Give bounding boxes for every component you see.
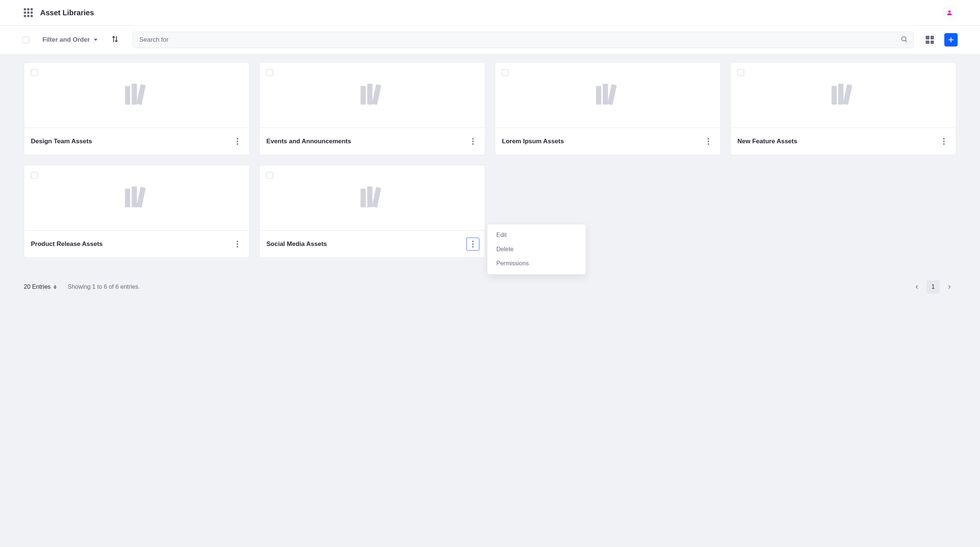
svg-rect-29 (125, 189, 130, 207)
card-preview (260, 62, 485, 128)
sort-direction-button[interactable] (111, 35, 119, 45)
library-books-icon (124, 186, 150, 210)
context-menu-item[interactable]: Delete (487, 242, 585, 256)
svg-rect-17 (596, 86, 601, 105)
card-title: New Feature Assets (737, 138, 797, 145)
svg-rect-37 (367, 186, 372, 207)
card-checkbox[interactable] (266, 69, 273, 76)
entries-sort-icon (54, 285, 57, 289)
svg-rect-35 (361, 189, 366, 207)
library-card[interactable]: Design Team Assets (24, 62, 250, 155)
card-preview (24, 165, 249, 231)
card-preview (495, 62, 720, 128)
library-books-icon (359, 84, 386, 107)
card-actions-button[interactable] (231, 237, 244, 251)
svg-rect-8 (132, 102, 137, 105)
library-card[interactable]: New Feature Assets (730, 62, 956, 155)
card-title: Events and Announcements (266, 138, 351, 145)
context-menu: EditDeletePermissions (487, 224, 586, 275)
svg-rect-25 (838, 84, 843, 105)
next-page-button[interactable] (943, 280, 956, 294)
svg-rect-6 (125, 102, 130, 105)
card-title: Lorem Ipsum Assets (502, 138, 564, 145)
pagination-left: 20 Entries Showing 1 to 6 of 6 entries. (24, 283, 140, 290)
svg-rect-12 (361, 102, 366, 105)
card-preview (260, 165, 485, 231)
library-card[interactable]: Product Release Assets (24, 165, 250, 258)
svg-rect-15 (372, 84, 381, 105)
svg-rect-39 (372, 187, 381, 208)
showing-text: Showing 1 to 6 of 6 entries. (68, 283, 140, 290)
kebab-icon (472, 138, 474, 145)
grid-view-button[interactable] (926, 36, 934, 44)
svg-rect-11 (361, 86, 366, 105)
svg-rect-26 (838, 102, 843, 105)
apps-grid-icon[interactable] (24, 8, 33, 17)
card-preview (24, 62, 249, 128)
filter-order-dropdown[interactable]: Filter and Order (42, 36, 97, 43)
svg-point-0 (948, 10, 951, 13)
svg-rect-5 (125, 86, 130, 105)
prev-page-button[interactable] (910, 280, 923, 294)
svg-rect-38 (367, 205, 372, 207)
card-actions-button[interactable] (231, 135, 244, 148)
current-page[interactable]: 1 (926, 280, 940, 294)
svg-rect-31 (132, 186, 137, 207)
pagination-right: 1 (910, 280, 956, 294)
pagination-bar: 20 Entries Showing 1 to 6 of 6 entries. … (24, 280, 956, 294)
main-content: Design Team Assets Events and Announceme… (0, 54, 980, 547)
svg-rect-24 (832, 102, 837, 105)
kebab-icon (708, 138, 709, 145)
entries-per-page-select[interactable]: 20 Entries (24, 283, 57, 290)
add-button[interactable] (944, 33, 958, 46)
user-icon (946, 9, 953, 16)
library-books-icon (595, 84, 621, 107)
search-icon[interactable] (900, 35, 908, 44)
library-books-icon (124, 84, 150, 107)
card-checkbox[interactable] (31, 69, 38, 76)
svg-rect-18 (596, 102, 601, 105)
toolbar: Filter and Order (0, 25, 980, 54)
library-card[interactable]: Lorem Ipsum Assets (495, 62, 721, 155)
library-card[interactable]: Social Media Assets EditDeletePermission… (259, 165, 485, 258)
context-menu-item[interactable]: Permissions (487, 256, 585, 270)
card-actions-button[interactable] (702, 135, 715, 148)
card-actions-button[interactable] (937, 135, 951, 148)
select-all-checkbox[interactable] (22, 37, 29, 43)
svg-rect-13 (367, 84, 372, 105)
card-grid: Design Team Assets Events and Announceme… (24, 62, 956, 258)
filter-order-label: Filter and Order (42, 36, 90, 43)
svg-rect-21 (607, 84, 617, 105)
svg-rect-32 (132, 205, 137, 207)
card-checkbox[interactable] (31, 172, 38, 179)
card-footer: New Feature Assets (731, 128, 956, 155)
svg-rect-23 (832, 86, 837, 105)
kebab-icon (237, 138, 238, 145)
svg-rect-19 (603, 84, 608, 105)
card-footer: Lorem Ipsum Assets (495, 128, 720, 155)
svg-rect-14 (367, 102, 372, 105)
card-footer: Social Media Assets (260, 231, 485, 258)
library-books-icon (359, 186, 386, 210)
plus-icon (947, 36, 955, 43)
context-menu-item[interactable]: Edit (487, 228, 585, 242)
library-card[interactable]: Events and Announcements (259, 62, 485, 155)
card-checkbox[interactable] (737, 69, 744, 76)
svg-rect-9 (136, 84, 145, 105)
card-actions-button[interactable] (466, 135, 480, 148)
svg-rect-7 (132, 84, 137, 105)
svg-rect-36 (361, 205, 366, 207)
user-avatar[interactable] (943, 6, 956, 19)
chevron-left-icon (914, 284, 920, 290)
search-container (132, 32, 914, 48)
svg-rect-27 (843, 84, 852, 105)
card-footer: Events and Announcements (260, 128, 485, 155)
kebab-icon (237, 241, 238, 248)
card-checkbox[interactable] (266, 172, 273, 179)
card-footer: Product Release Assets (24, 231, 249, 258)
svg-line-2 (905, 40, 907, 42)
card-title: Product Release Assets (31, 240, 103, 248)
card-actions-button[interactable] (466, 237, 480, 251)
search-input[interactable] (132, 32, 914, 48)
card-checkbox[interactable] (502, 69, 509, 76)
